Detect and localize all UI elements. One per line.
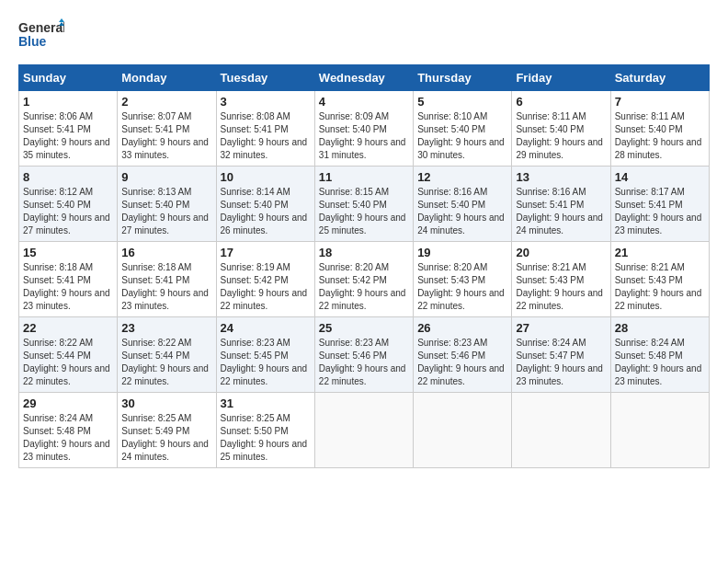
calendar-cell: 17Sunrise: 8:19 AM Sunset: 5:42 PM Dayli…	[216, 242, 314, 317]
header-cell-friday: Friday	[512, 65, 610, 91]
day-number: 24	[221, 321, 311, 335]
week-row-5: 29Sunrise: 8:24 AM Sunset: 5:48 PM Dayli…	[19, 393, 710, 468]
calendar-cell: 30Sunrise: 8:25 AM Sunset: 5:49 PM Dayli…	[118, 393, 216, 468]
svg-text:General: General	[18, 20, 64, 35]
calendar-cell	[512, 393, 610, 468]
calendar-cell: 4Sunrise: 8:09 AM Sunset: 5:40 PM Daylig…	[314, 91, 413, 167]
calendar-cell: 3Sunrise: 8:08 AM Sunset: 5:41 PM Daylig…	[216, 91, 314, 167]
calendar-cell: 28Sunrise: 8:24 AM Sunset: 5:48 PM Dayli…	[610, 317, 709, 393]
day-number: 6	[516, 95, 606, 109]
day-number: 18	[319, 246, 409, 259]
logo-svg: General Blue	[18, 18, 64, 55]
cell-content: Sunrise: 8:19 AM Sunset: 5:42 PM Dayligh…	[221, 261, 311, 313]
day-number: 25	[319, 321, 409, 335]
calendar-cell: 15Sunrise: 8:18 AM Sunset: 5:41 PM Dayli…	[19, 242, 118, 317]
header-row: SundayMondayTuesdayWednesdayThursdayFrid…	[19, 65, 710, 91]
cell-content: Sunrise: 8:22 AM Sunset: 5:44 PM Dayligh…	[23, 337, 113, 388]
cell-content: Sunrise: 8:21 AM Sunset: 5:43 PM Dayligh…	[615, 261, 705, 313]
day-number: 26	[417, 321, 507, 335]
calendar-cell	[414, 393, 512, 468]
calendar-cell: 12Sunrise: 8:16 AM Sunset: 5:40 PM Dayli…	[414, 167, 512, 242]
day-number: 12	[417, 170, 507, 184]
day-number: 29	[23, 396, 113, 410]
day-number: 2	[121, 95, 211, 109]
cell-content: Sunrise: 8:20 AM Sunset: 5:43 PM Dayligh…	[417, 261, 507, 313]
page-header: General Blue	[18, 18, 710, 55]
cell-content: Sunrise: 8:23 AM Sunset: 5:46 PM Dayligh…	[417, 337, 507, 388]
day-number: 21	[615, 246, 705, 259]
cell-content: Sunrise: 8:13 AM Sunset: 5:40 PM Dayligh…	[121, 186, 211, 237]
calendar-cell	[610, 393, 709, 468]
header-cell-sunday: Sunday	[19, 65, 118, 91]
calendar-cell: 29Sunrise: 8:24 AM Sunset: 5:48 PM Dayli…	[19, 393, 118, 468]
cell-content: Sunrise: 8:18 AM Sunset: 5:41 PM Dayligh…	[121, 261, 211, 313]
calendar-cell: 18Sunrise: 8:20 AM Sunset: 5:42 PM Dayli…	[314, 242, 413, 317]
cell-content: Sunrise: 8:11 AM Sunset: 5:40 PM Dayligh…	[615, 110, 705, 162]
day-number: 14	[615, 170, 705, 184]
day-number: 3	[221, 95, 311, 109]
header-cell-wednesday: Wednesday	[314, 65, 413, 91]
week-row-2: 8Sunrise: 8:12 AM Sunset: 5:40 PM Daylig…	[19, 167, 710, 242]
day-number: 8	[23, 170, 113, 184]
cell-content: Sunrise: 8:24 AM Sunset: 5:47 PM Dayligh…	[516, 337, 606, 388]
cell-content: Sunrise: 8:25 AM Sunset: 5:50 PM Dayligh…	[221, 412, 311, 464]
cell-content: Sunrise: 8:24 AM Sunset: 5:48 PM Dayligh…	[23, 412, 113, 464]
calendar-cell: 5Sunrise: 8:10 AM Sunset: 5:40 PM Daylig…	[414, 91, 512, 167]
cell-content: Sunrise: 8:18 AM Sunset: 5:41 PM Dayligh…	[23, 261, 113, 313]
calendar-cell: 25Sunrise: 8:23 AM Sunset: 5:46 PM Dayli…	[314, 317, 413, 393]
calendar-cell: 11Sunrise: 8:15 AM Sunset: 5:40 PM Dayli…	[314, 167, 413, 242]
calendar-cell: 26Sunrise: 8:23 AM Sunset: 5:46 PM Dayli…	[414, 317, 512, 393]
day-number: 13	[516, 170, 606, 184]
cell-content: Sunrise: 8:10 AM Sunset: 5:40 PM Dayligh…	[417, 110, 507, 162]
cell-content: Sunrise: 8:08 AM Sunset: 5:41 PM Dayligh…	[221, 110, 311, 162]
cell-content: Sunrise: 8:20 AM Sunset: 5:42 PM Dayligh…	[319, 261, 409, 313]
calendar-table: SundayMondayTuesdayWednesdayThursdayFrid…	[18, 64, 710, 468]
calendar-cell: 20Sunrise: 8:21 AM Sunset: 5:43 PM Dayli…	[512, 242, 610, 317]
cell-content: Sunrise: 8:25 AM Sunset: 5:49 PM Dayligh…	[121, 412, 211, 464]
day-number: 4	[319, 95, 409, 109]
calendar-cell: 27Sunrise: 8:24 AM Sunset: 5:47 PM Dayli…	[512, 317, 610, 393]
calendar-cell: 9Sunrise: 8:13 AM Sunset: 5:40 PM Daylig…	[118, 167, 216, 242]
day-number: 17	[221, 246, 311, 259]
header-cell-saturday: Saturday	[610, 65, 709, 91]
calendar-cell: 13Sunrise: 8:16 AM Sunset: 5:41 PM Dayli…	[512, 167, 610, 242]
calendar-cell: 16Sunrise: 8:18 AM Sunset: 5:41 PM Dayli…	[118, 242, 216, 317]
day-number: 16	[121, 246, 211, 259]
cell-content: Sunrise: 8:09 AM Sunset: 5:40 PM Dayligh…	[319, 110, 409, 162]
day-number: 15	[23, 246, 113, 259]
day-number: 9	[121, 170, 211, 184]
calendar-cell: 14Sunrise: 8:17 AM Sunset: 5:41 PM Dayli…	[610, 167, 709, 242]
calendar-cell: 19Sunrise: 8:20 AM Sunset: 5:43 PM Dayli…	[414, 242, 512, 317]
day-number: 31	[221, 396, 311, 410]
calendar-cell: 8Sunrise: 8:12 AM Sunset: 5:40 PM Daylig…	[19, 167, 118, 242]
calendar-cell: 24Sunrise: 8:23 AM Sunset: 5:45 PM Dayli…	[216, 317, 314, 393]
day-number: 27	[516, 321, 606, 335]
cell-content: Sunrise: 8:17 AM Sunset: 5:41 PM Dayligh…	[615, 186, 705, 237]
calendar-cell: 23Sunrise: 8:22 AM Sunset: 5:44 PM Dayli…	[118, 317, 216, 393]
cell-content: Sunrise: 8:16 AM Sunset: 5:41 PM Dayligh…	[516, 186, 606, 237]
cell-content: Sunrise: 8:24 AM Sunset: 5:48 PM Dayligh…	[615, 337, 705, 388]
logo: General Blue	[18, 18, 64, 55]
calendar-cell: 10Sunrise: 8:14 AM Sunset: 5:40 PM Dayli…	[216, 167, 314, 242]
day-number: 19	[417, 246, 507, 259]
week-row-3: 15Sunrise: 8:18 AM Sunset: 5:41 PM Dayli…	[19, 242, 710, 317]
calendar-cell	[314, 393, 413, 468]
calendar-cell: 31Sunrise: 8:25 AM Sunset: 5:50 PM Dayli…	[216, 393, 314, 468]
header-cell-monday: Monday	[118, 65, 216, 91]
cell-content: Sunrise: 8:12 AM Sunset: 5:40 PM Dayligh…	[23, 186, 113, 237]
day-number: 22	[23, 321, 113, 335]
calendar-cell: 6Sunrise: 8:11 AM Sunset: 5:40 PM Daylig…	[512, 91, 610, 167]
cell-content: Sunrise: 8:22 AM Sunset: 5:44 PM Dayligh…	[121, 337, 211, 388]
day-number: 7	[615, 95, 705, 109]
cell-content: Sunrise: 8:23 AM Sunset: 5:45 PM Dayligh…	[221, 337, 311, 388]
day-number: 10	[221, 170, 311, 184]
cell-content: Sunrise: 8:07 AM Sunset: 5:41 PM Dayligh…	[121, 110, 211, 162]
cell-content: Sunrise: 8:15 AM Sunset: 5:40 PM Dayligh…	[319, 186, 409, 237]
calendar-cell: 7Sunrise: 8:11 AM Sunset: 5:40 PM Daylig…	[610, 91, 709, 167]
day-number: 5	[417, 95, 507, 109]
cell-content: Sunrise: 8:16 AM Sunset: 5:40 PM Dayligh…	[417, 186, 507, 237]
svg-text:Blue: Blue	[18, 34, 47, 49]
day-number: 20	[516, 246, 606, 259]
calendar-cell: 22Sunrise: 8:22 AM Sunset: 5:44 PM Dayli…	[19, 317, 118, 393]
day-number: 11	[319, 170, 409, 184]
